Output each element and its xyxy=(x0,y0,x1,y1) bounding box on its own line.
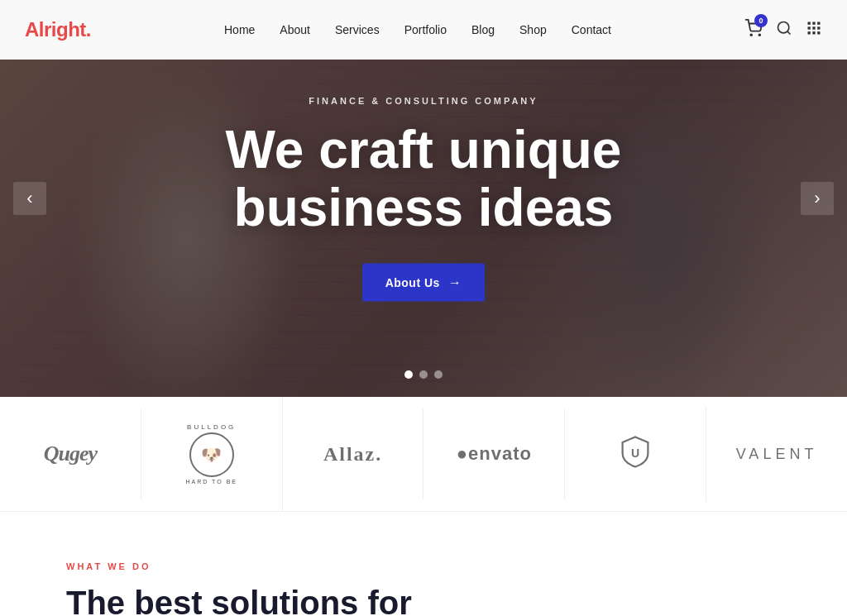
hero-dots xyxy=(404,370,443,379)
svg-text:U: U xyxy=(631,446,639,459)
hero-title-line2: business ideas xyxy=(234,178,614,237)
svg-rect-8 xyxy=(812,26,815,29)
brand-logo-qugey: Qugey xyxy=(44,442,97,466)
hero-prev-button[interactable]: ‹ xyxy=(13,182,46,215)
what-we-do-label: What We Do xyxy=(66,561,781,571)
nav-item-about[interactable]: About xyxy=(280,22,310,37)
what-we-do-section: What We Do The best solutions for xyxy=(0,512,847,616)
nav-item-portfolio[interactable]: Portfolio xyxy=(404,22,447,37)
brand-logo-envato: ●envato xyxy=(457,443,532,465)
cart-badge: 0 xyxy=(754,14,768,27)
shield-icon: U xyxy=(617,433,653,475)
svg-rect-11 xyxy=(812,31,815,34)
nav-item-home[interactable]: Home xyxy=(224,22,255,37)
brands-section: Qugey BULLDOG 🐶 HARD TO BE Allaz. ●envat… xyxy=(0,397,847,512)
nav-menu: Home About Services Portfolio Blog Shop … xyxy=(224,22,611,37)
brand-qugey: Qugey xyxy=(0,408,141,499)
brand-bulldog: BULLDOG 🐶 HARD TO BE xyxy=(141,397,283,511)
brand-valent: VALENT xyxy=(706,408,847,499)
hero-title: We craft unique business ideas xyxy=(134,121,713,237)
hero-dot-3[interactable] xyxy=(434,370,443,379)
svg-rect-10 xyxy=(807,31,810,34)
search-icon[interactable] xyxy=(776,20,792,40)
brand-bulldog-circle: 🐶 xyxy=(189,432,234,477)
hero-cta-label: About Us xyxy=(385,275,440,289)
grid-menu-icon[interactable] xyxy=(806,20,822,40)
brand-allaz: Allaz. xyxy=(283,408,424,499)
nav-item-services[interactable]: Services xyxy=(335,22,380,37)
svg-rect-4 xyxy=(807,22,810,25)
navbar-icons: 0 xyxy=(744,19,822,41)
brand-name: Alright xyxy=(25,18,86,41)
brand-bulldog-bot: HARD TO BE xyxy=(185,479,237,485)
hero-next-button[interactable]: › xyxy=(801,182,834,215)
svg-point-2 xyxy=(778,22,788,33)
svg-point-0 xyxy=(750,34,752,36)
brand-logo-allaz: Allaz. xyxy=(323,443,382,466)
svg-rect-12 xyxy=(817,31,820,34)
svg-line-3 xyxy=(787,31,791,35)
hero-dot-1[interactable] xyxy=(404,370,413,379)
svg-rect-5 xyxy=(812,22,815,25)
hero-dot-2[interactable] xyxy=(419,370,428,379)
brand-dot: . xyxy=(86,18,91,41)
cart-icon[interactable]: 0 xyxy=(744,19,763,41)
svg-rect-9 xyxy=(817,26,820,29)
svg-rect-7 xyxy=(807,26,810,29)
hero-cta-button[interactable]: About Us → xyxy=(362,263,486,301)
brand-logo[interactable]: Alright. xyxy=(25,18,91,41)
brand-envato: ●envato xyxy=(424,408,565,499)
navbar: Alright. Home About Services Portfolio B… xyxy=(0,0,847,60)
nav-item-contact[interactable]: Contact xyxy=(572,22,611,37)
brand-logo-valent: VALENT xyxy=(736,446,818,463)
hero-title-line1: We craft unique xyxy=(226,120,622,179)
what-we-do-title: The best solutions for xyxy=(66,583,781,616)
nav-item-blog[interactable]: Blog xyxy=(471,22,495,37)
hero-subtitle: Finance & Consulting Company xyxy=(134,96,713,106)
hero-content: Finance & Consulting Company We craft un… xyxy=(134,96,713,302)
nav-item-shop[interactable]: Shop xyxy=(519,22,547,37)
brand-bulldog-top: BULLDOG xyxy=(187,423,236,431)
arrow-icon: → xyxy=(448,275,462,289)
brand-shield: U xyxy=(565,407,706,502)
svg-point-1 xyxy=(758,34,760,36)
hero-section: Finance & Consulting Company We craft un… xyxy=(0,0,847,397)
svg-rect-6 xyxy=(817,22,820,25)
